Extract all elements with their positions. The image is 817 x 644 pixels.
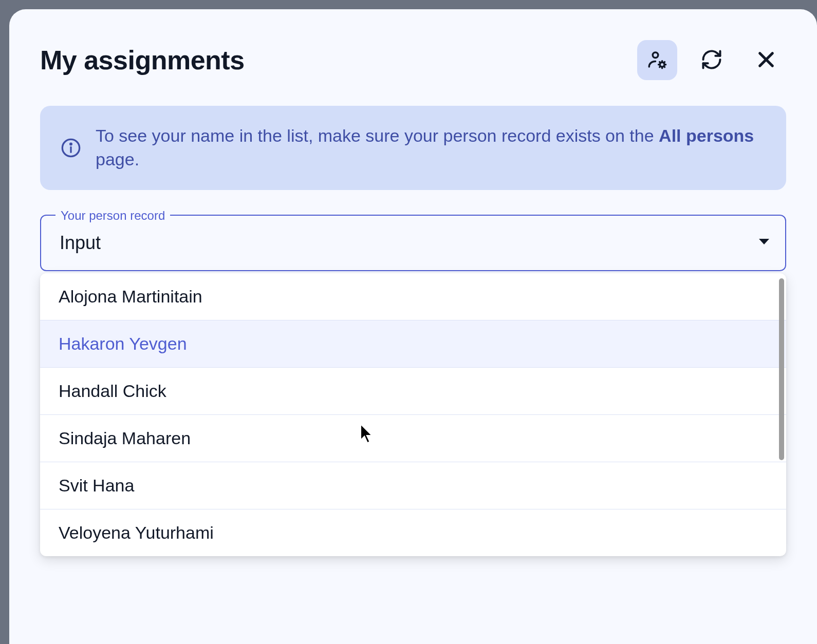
- refresh-button[interactable]: [692, 40, 732, 80]
- my-assignments-dialog: My assignments: [9, 9, 817, 644]
- person-record-field[interactable]: Your person record: [40, 215, 786, 271]
- dropdown-option[interactable]: Sindaja Maharen: [40, 415, 786, 462]
- dialog-header: My assignments: [40, 40, 786, 80]
- info-banner-text: To see your name in the list, make sure …: [96, 124, 766, 172]
- person-record-input[interactable]: [41, 216, 785, 270]
- info-icon: [61, 138, 81, 158]
- close-button[interactable]: [746, 40, 786, 80]
- dropdown-option[interactable]: Hakaron Yevgen: [40, 320, 786, 368]
- scrollbar-thumb[interactable]: [779, 278, 784, 460]
- person-record-field-wrapper: Your person record Alojona MartinitainHa…: [40, 215, 786, 271]
- dropdown-option[interactable]: Svit Hana: [40, 462, 786, 509]
- close-icon: [755, 49, 777, 72]
- dropdown-option[interactable]: Alojona Martinitain: [40, 273, 786, 320]
- refresh-icon: [700, 48, 723, 72]
- person-dropdown-panel: Alojona MartinitainHakaron YevgenHandall…: [40, 273, 786, 556]
- info-banner: To see your name in the list, make sure …: [40, 106, 786, 190]
- header-actions: [637, 40, 786, 80]
- person-settings-icon: [646, 49, 668, 72]
- dropdown-list[interactable]: Alojona MartinitainHakaron YevgenHandall…: [40, 273, 786, 556]
- person-settings-button[interactable]: [637, 40, 677, 80]
- dialog-title: My assignments: [40, 45, 245, 75]
- svg-point-6: [70, 143, 72, 145]
- field-label: Your person record: [55, 209, 170, 223]
- dropdown-option[interactable]: Handall Chick: [40, 368, 786, 415]
- dropdown-option[interactable]: Veloyena Yuturhami: [40, 509, 786, 556]
- svg-point-0: [653, 52, 658, 58]
